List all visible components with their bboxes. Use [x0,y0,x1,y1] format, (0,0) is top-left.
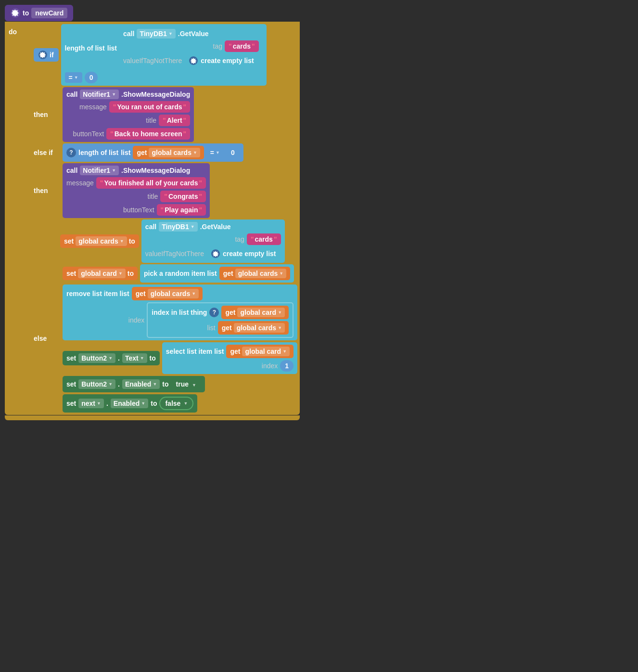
set-global-cards-row: set global cards ▼ to call TinyDB1 ▼ [34,220,297,263]
tag-label-2: tag [235,235,244,243]
tag-label-1: tag [213,42,222,50]
alert-title-string: " Alert " [159,115,190,126]
remove-header: remove list item list get global cards ▼ [66,287,293,300]
title-label-1: title [146,116,156,124]
cards-string-2: " cards " [247,233,281,245]
tag-row-1: tag " cards " [123,40,259,52]
get-global-cards-pick: get global cards ▼ [219,267,290,280]
tinydb1-dropdown-1[interactable]: TinyDB1 ▼ [137,29,175,39]
to-label-2: to [128,270,134,277]
set-label-3: set [66,354,76,362]
button2-dropdown[interactable]: Button2 ▼ [78,353,115,363]
message-row-1: message " You ran out of cards " [66,101,190,113]
get-label-pick: get [223,270,233,277]
false-block: false ▼ [159,397,193,410]
equals-zero-row: = 0 [65,72,263,83]
else-content: set global card ▼ to pick a random item … [63,264,297,413]
index-in-list-label: index in list thing [152,309,207,316]
length-of-list-label: length of list [65,44,105,52]
button-text-label-2: buttonText [123,206,154,214]
call-label-1: call [123,30,134,38]
dot-1: . [118,354,120,362]
notifier1-dropdown-2[interactable]: Notifier1 ▼ [80,166,119,175]
true-block: true ▼ [171,378,201,390]
global-card-dropdown-index[interactable]: global card ▼ [237,308,285,317]
dot-3: . [106,400,108,407]
length-of-list-2: length of list [78,149,118,156]
title-row-2: title " Congrats " [66,191,206,202]
button-text-row-1: buttonText " Back to home screen " [66,128,190,140]
global-cards-dropdown-pick[interactable]: global cards ▼ [235,269,286,278]
zero-block-2: 0 [226,147,240,158]
event-name: newCard [31,8,67,18]
enabled-dropdown-2[interactable]: Enabled ▼ [111,399,148,408]
zero-block-1: 0 [85,72,98,83]
notifier1-dropdown-1[interactable]: Notifier1 ▼ [80,90,119,99]
dot-2: . [118,380,120,388]
call-notifier-label-1: call [66,90,77,98]
question-icon-1: ? [66,148,76,157]
create-empty-label-2: create empty list [223,250,276,258]
gear-icon [11,8,20,18]
event-header: to newCard [5,5,300,21]
index-label-select: index [262,362,278,370]
get-global-cards-1: get global cards ▼ [133,146,204,159]
set-button2-text-row: set Button2 ▼ . Text ▼ to [63,342,297,374]
else-if-label: else if [34,149,60,156]
length-of-list-block-1: length of list list call TinyDB1 ▼ .GetV… [61,24,267,86]
global-cards-dropdown-set[interactable]: global cards ▼ [76,236,127,246]
index-in-list-block: index in list thing ? get global card [147,302,293,338]
set-next-enabled-row: set next ▼ . Enabled ▼ to [63,394,297,413]
else-if-block: ? length of list list get global cards ▼… [63,143,243,162]
get-global-card-index: get global card ▼ [221,306,289,319]
create-empty-label-1: create empty list [201,57,254,65]
get-value-label-2: .GetValue [200,223,231,231]
value-if-not-there-row-1: valueIfTagNotThere create empty list [123,54,259,67]
set-label-4: set [66,380,76,388]
gear-icon-empty-1 [189,56,198,65]
global-card-dropdown[interactable]: global card ▼ [78,269,126,278]
set-label-5: set [66,400,76,407]
show-message-label-2: .ShowMessageDialog [121,167,190,174]
global-cards-dropdown-remove[interactable]: global cards ▼ [148,289,199,298]
content-area: if length of list list call TinyDB1 [31,22,300,415]
global-cards-dropdown-index[interactable]: global cards ▼ [234,323,285,333]
notifier-block-1: call Notifier1 ▼ .ShowMessageDialog mess… [63,87,194,142]
set-next-enabled-block: set next ▼ . Enabled ▼ to [63,394,197,413]
set-label-2: set [66,270,76,277]
list-label-1: list [107,44,117,52]
gear-icon-empty-2 [211,249,220,258]
enabled-dropdown-1[interactable]: Enabled ▼ [122,379,160,389]
equals-operator-1[interactable]: = [65,72,82,83]
button-text-row-2: buttonText " Play again " [66,204,206,216]
button2-dropdown-2[interactable]: Button2 ▼ [78,379,115,389]
set-label-1: set [64,237,74,245]
question-icon-2: ? [209,308,219,317]
to-label-set: to [129,237,135,245]
show-message-label-1: .ShowMessageDialog [121,90,190,98]
text-dropdown[interactable]: Text ▼ [122,353,147,363]
do-section: do if length of li [5,22,300,415]
then-label-1: then [34,111,60,118]
global-cards-dropdown-1[interactable]: global cards ▼ [149,148,200,157]
index-value-block: 1 [280,360,293,372]
set-button2-enabled-block: set Button2 ▼ . Enabled ▼ to [63,376,205,392]
notifier-header-2: call Notifier1 ▼ .ShowMessageDialog [66,166,206,175]
global-card-dropdown-select[interactable]: global card ▼ [242,347,290,356]
get-label-select: get [230,348,240,355]
call-notifier-label-2: call [66,167,77,174]
select-list-item-block: select list item list get global card ▼ [162,342,297,374]
create-empty-list-2: create empty list [206,247,281,260]
set-button2-text-block: set Button2 ▼ . Text ▼ to [63,351,160,365]
tinydb1-dropdown-2[interactable]: TinyDB1 ▼ [159,222,197,232]
get-value-label-1: .GetValue [178,30,209,38]
message-row-2: message " You finished all of your cards… [66,177,206,189]
get-global-card-select: get global card ▼ [226,345,293,358]
to-label-3: to [150,354,156,362]
next-dropdown[interactable]: next ▼ [78,399,104,408]
button-text-label-1: buttonText [73,130,104,138]
equals-operator-2[interactable]: = [206,147,224,158]
get-global-cards-remove: get global cards ▼ [132,287,203,300]
index-value-row: index 1 [166,360,293,372]
get-global-cards-index: get global cards ▼ [218,321,289,335]
